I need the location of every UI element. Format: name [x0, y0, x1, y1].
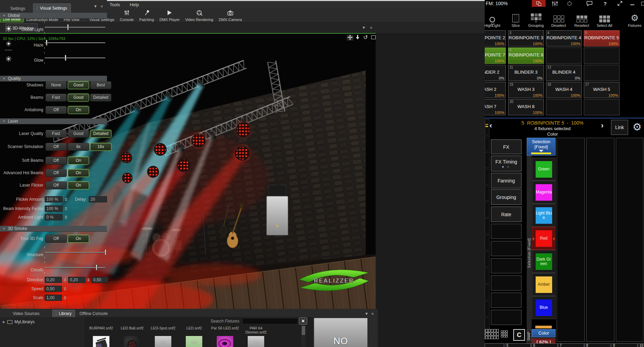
section-3d-smoke[interactable]: ▼ 3D Smoke	[0, 226, 107, 232]
section-global[interactable]: ▼ Global	[0, 13, 107, 19]
small-grid-icon[interactable]	[501, 330, 508, 337]
minimize-icon[interactable]	[629, 0, 636, 7]
mini-fader[interactable]	[485, 152, 490, 168]
fixture-cell[interactable]: WASH 7100%	[485, 99, 506, 115]
fixture-cell[interactable]: ROBINPOINTE 7100%	[485, 48, 506, 64]
tab-visual-settings[interactable]: Visual Settings	[33, 3, 71, 13]
laser-flicker-on-button[interactable]: On	[68, 181, 89, 189]
layers-icon[interactable]	[532, 0, 546, 7]
fullscreen-icon[interactable]	[370, 35, 376, 41]
direction-x-spinner[interactable]	[62, 277, 68, 283]
chat-icon[interactable]	[584, 0, 595, 7]
section-laser[interactable]: ▼ Laser	[0, 118, 107, 124]
grouping-page-button[interactable]: Grouping	[491, 189, 522, 205]
mini-fader[interactable]	[485, 119, 490, 135]
fixture-cell[interactable]: 15WASH 3100%	[508, 82, 544, 98]
executor-cell[interactable]: 5	[505, 343, 531, 347]
ambient-light-input[interactable]: 0 %	[45, 214, 63, 220]
mini-fader[interactable]	[485, 268, 490, 284]
fixture-cell[interactable]: 3ROBINPOINTE 3100%	[508, 30, 544, 46]
empty-palette-column[interactable]	[557, 138, 585, 342]
direction-y-input[interactable]: 0,20	[68, 277, 85, 283]
library-item-thumbnail[interactable]: NO	[248, 336, 264, 347]
menu-help[interactable]: Help	[125, 1, 144, 9]
fixture-cell[interactable]: 8ROBINPOINTE 8100%	[508, 48, 544, 64]
empty-button-slot[interactable]	[491, 258, 522, 273]
down-arrow-icon[interactable]	[354, 35, 361, 41]
resize-icon[interactable]	[615, 0, 624, 7]
fog-off-button[interactable]: Off	[45, 235, 67, 243]
color-swatch-magenta[interactable]: Magenta	[532, 181, 556, 204]
mini-fader[interactable]	[485, 169, 490, 185]
empty-palette-column[interactable]	[616, 138, 643, 342]
mini-fader[interactable]	[485, 251, 490, 267]
color-swatch-dark-green[interactable]: Dark Green	[532, 250, 556, 273]
mini-fader[interactable]	[485, 235, 490, 251]
fixture-cell[interactable]: ROBINPOINTE 2100%	[485, 30, 506, 46]
executor-cell[interactable]: 7	[558, 343, 584, 347]
delay-input[interactable]: 20	[89, 196, 107, 202]
video-rendering-button[interactable]: Video Rendering	[182, 9, 216, 22]
library-item-thumbnail[interactable]	[124, 336, 140, 347]
laser-quality-fast-button[interactable]: Fast	[45, 130, 67, 138]
gear-icon[interactable]: ⚙	[631, 119, 644, 135]
fog-on-button[interactable]: On	[68, 235, 89, 243]
laser-flicker-off-button[interactable]: Off	[45, 181, 67, 189]
library-item-label[interactable]: PAR 64 Dimmer.snf2	[241, 326, 271, 334]
hot-beams-off-button[interactable]: Off	[45, 169, 67, 177]
fixture-cell[interactable]: 17WASH 5100%	[584, 82, 620, 98]
panel-collapse-icon[interactable]: ▼	[365, 312, 368, 316]
panel-collapse-icon[interactable]: ▼	[94, 4, 97, 8]
next-fixture-button[interactable]: ›	[601, 121, 603, 130]
library-item-label[interactable]: LED-Spot.snf2	[148, 326, 178, 330]
prev-fixture-button[interactable]: ‹	[490, 121, 492, 130]
executor-cell[interactable]: 6	[532, 343, 558, 347]
speed-spinner[interactable]	[62, 286, 68, 292]
color-swatch-light-blue[interactable]: Light Blue	[532, 204, 556, 227]
reset-view-icon[interactable]: ↺	[362, 35, 369, 41]
deselect-button[interactable]: Deselect	[548, 8, 570, 28]
grouping-button[interactable]: ▼ Grouping	[525, 8, 547, 28]
faders-icon[interactable]	[549, 0, 561, 7]
empty-palette-column[interactable]	[586, 138, 614, 342]
color-swatch-blue[interactable]: Blue	[532, 296, 556, 319]
menu-tools[interactable]: Tools	[105, 1, 125, 9]
antialising-off-button[interactable]: Off	[45, 106, 67, 114]
empty-button-slot[interactable]	[491, 241, 522, 256]
haze-slider[interactable]	[45, 40, 105, 46]
mini-fader[interactable]	[485, 136, 490, 151]
fixture-cell[interactable]: 11BLINDER 30%	[508, 65, 544, 81]
soft-beams-off-button[interactable]: Off	[45, 157, 67, 165]
soft-beams-on-button[interactable]: On	[68, 157, 89, 165]
clouds-slider[interactable]	[45, 264, 105, 271]
fixture-cell-empty[interactable]	[584, 48, 620, 64]
laser-quality-good-button[interactable]: Good	[68, 130, 89, 138]
expand-arrow-icon[interactable]: ▶	[3, 320, 5, 324]
ambient-light-spinner[interactable]	[63, 214, 69, 220]
shadows-none-button[interactable]: None	[45, 81, 67, 89]
mini-fader[interactable]	[485, 301, 490, 317]
library-scrollbar[interactable]	[301, 325, 305, 347]
library-item-label[interactable]: Par 56 LED.snf2	[210, 326, 240, 330]
empty-button-slot[interactable]	[491, 310, 522, 325]
fixture-cell-empty[interactable]	[546, 99, 582, 115]
keyboard-grid-icon[interactable]	[485, 329, 499, 339]
beam-intensity-input[interactable]: 100 %	[45, 206, 63, 212]
library-item-label[interactable]: BURPAR.snf2	[86, 326, 116, 330]
fixture-cell-empty[interactable]	[546, 48, 582, 64]
executor-cell[interactable]	[485, 343, 504, 347]
rate-button[interactable]: Rate	[491, 207, 522, 222]
empty-button-slot[interactable]	[491, 224, 522, 239]
scanner-off-button[interactable]: Off	[45, 143, 67, 151]
color-mode-footer[interactable]: Color	[532, 329, 556, 337]
executor-cell[interactable]: 9	[611, 343, 637, 347]
tab-settings[interactable]: Settings	[7, 4, 29, 13]
select-all-button[interactable]: Select All	[593, 8, 615, 28]
beam-intensity-spinner[interactable]	[63, 206, 69, 212]
search-fixtures-input[interactable]	[242, 318, 298, 324]
direction-x-input[interactable]: 0,20	[45, 277, 62, 283]
fixture-cell[interactable]: 4ROBINPOINTE 4100%	[546, 30, 582, 46]
empty-button-slot[interactable]	[491, 293, 522, 308]
library-item-label[interactable]: LED Ball.snf2	[117, 326, 147, 330]
fixture-cell[interactable]: 20WASH 8100%	[508, 99, 544, 115]
